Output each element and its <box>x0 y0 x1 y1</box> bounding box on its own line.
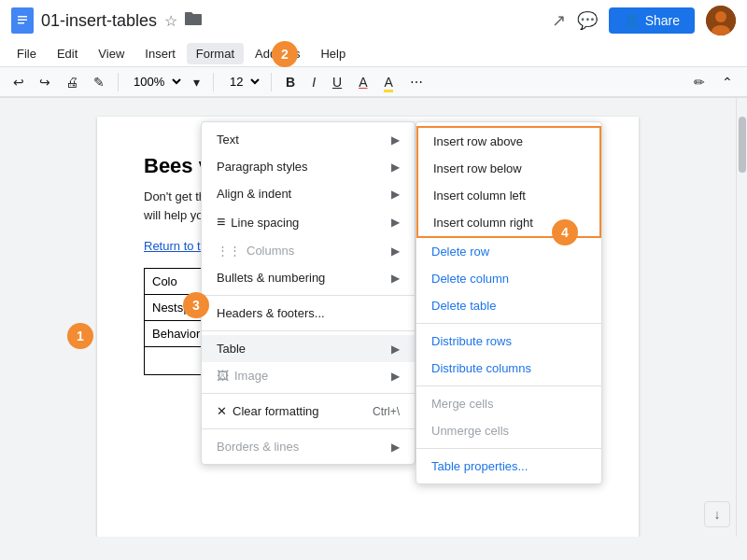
strikethrough-button[interactable]: A <box>352 72 374 92</box>
underline-button[interactable]: U <box>326 72 348 92</box>
zoom-select[interactable]: 100% <box>126 72 184 91</box>
menubar: File Edit View Insert Format Add-ons Hel… <box>0 41 747 66</box>
print-button[interactable]: 🖨 <box>60 72 84 92</box>
delete-column[interactable]: Delete column <box>416 265 601 292</box>
table-properties[interactable]: Table properties... <box>416 453 601 480</box>
distribute-columns[interactable]: Distribute columns <box>416 355 601 382</box>
arrow-icon: ▶ <box>391 272 400 285</box>
zoom-dropdown-button[interactable]: ▾ <box>188 72 205 92</box>
menu-help[interactable]: Help <box>311 43 355 64</box>
svg-rect-2 <box>18 20 27 21</box>
arrow-icon: ▶ <box>391 441 400 454</box>
insert-options-group: Insert row above Insert row below Insert… <box>416 126 601 238</box>
badge-1: 1 <box>67 323 93 349</box>
format-menu-paragraph-styles[interactable]: Paragraph styles ▶ <box>202 153 415 180</box>
collapse-button[interactable]: ⌃ <box>715 72 740 92</box>
format-menu-align-indent[interactable]: Align & indent ▶ <box>202 180 415 207</box>
menu-format[interactable]: Format <box>187 43 244 64</box>
delete-table[interactable]: Delete table <box>416 292 601 319</box>
scrollbar-right[interactable] <box>736 98 747 537</box>
arrow-icon: ▶ <box>391 343 400 356</box>
toolbar-separator <box>118 73 119 91</box>
italic-button[interactable]: I <box>305 72 322 92</box>
clear-format-icon: ✕ <box>217 404 227 418</box>
svg-point-5 <box>715 11 726 22</box>
document-title[interactable]: 01-insert-tables <box>41 11 157 31</box>
format-menu-columns: ⋮⋮ Columns ▶ <box>202 237 415 264</box>
comment-icon[interactable]: 💬 <box>577 10 598 31</box>
redo-button[interactable]: ↪ <box>34 72 56 92</box>
badge-4: 4 <box>552 219 578 245</box>
format-menu-image: 🖼 Image ▶ <box>202 362 415 389</box>
arrow-icon: ▶ <box>391 161 400 174</box>
arrow-icon: ▶ <box>391 133 400 147</box>
top-right-icons: ↗ 💬 👤 Share <box>552 6 736 35</box>
arrow-icon: ▶ <box>391 216 400 229</box>
badge-3: 3 <box>183 292 209 318</box>
format-menu-line-spacing[interactable]: ≡ Line spacing ▶ <box>202 207 415 237</box>
arrow-icon: ▶ <box>391 245 400 258</box>
submenu-divider-3 <box>416 448 601 449</box>
svg-rect-1 <box>18 16 27 18</box>
arrow-icon: ▶ <box>391 188 400 201</box>
scroll-to-bottom-button[interactable]: ↓ <box>704 501 730 527</box>
star-icon[interactable]: ☆ <box>164 12 177 30</box>
columns-icon: ⋮⋮ <box>217 244 241 258</box>
undo-button[interactable]: ↩ <box>7 72 30 92</box>
user-avatar[interactable] <box>706 6 736 35</box>
share-button[interactable]: 👤 Share <box>609 7 695 34</box>
format-menu-text[interactable]: Text ▶ <box>202 126 415 153</box>
bold-button[interactable]: B <box>279 72 302 92</box>
table-submenu: Insert row above Insert row below Insert… <box>416 121 602 484</box>
svg-rect-3 <box>18 22 24 24</box>
more-formatting-button[interactable]: ⋯ <box>403 72 430 92</box>
highlight-button[interactable]: A <box>377 72 399 92</box>
toolbar-separator-3 <box>271 73 272 91</box>
menu-divider-2 <box>202 330 415 331</box>
submenu-divider-2 <box>416 385 601 386</box>
badge-2: 2 <box>272 41 298 67</box>
submenu-divider <box>416 323 601 324</box>
menu-insert[interactable]: Insert <box>135 43 185 64</box>
merge-cells: Merge cells <box>416 390 601 417</box>
folder-icon[interactable] <box>185 12 202 29</box>
shortcut-label: Ctrl+\ <box>373 405 400 418</box>
format-dropdown-menu: Text ▶ Paragraph styles ▶ Align & indent… <box>201 121 416 465</box>
format-menu-borders-lines: Borders & lines ▶ <box>202 433 415 460</box>
insert-column-left[interactable]: Insert column left <box>418 182 599 209</box>
unmerge-cells: Unmerge cells <box>416 417 601 444</box>
format-menu-headers-footers[interactable]: Headers & footers... <box>202 300 415 327</box>
trend-icon[interactable]: ↗ <box>552 10 566 31</box>
image-icon: 🖼 <box>217 369 229 383</box>
insert-row-below[interactable]: Insert row below <box>418 155 599 182</box>
format-menu-clear-formatting[interactable]: ✕ Clear formatting Ctrl+\ <box>202 398 415 425</box>
distribute-rows[interactable]: Distribute rows <box>416 328 601 355</box>
menu-view[interactable]: View <box>89 43 134 64</box>
format-menu-table[interactable]: Table ▶ <box>202 335 415 362</box>
edit-mode-button[interactable]: ✏ <box>687 72 712 92</box>
toolbar: ↩ ↪ 🖨 ✎ 100% ▾ 12 B I U A A ⋯ ✏ ⌃ <box>0 66 747 97</box>
doc-icon <box>11 7 34 34</box>
menu-divider-4 <box>202 428 415 429</box>
arrow-icon: ▶ <box>391 370 400 383</box>
menu-divider <box>202 295 415 296</box>
format-menu-bullets[interactable]: Bullets & numbering ▶ <box>202 264 415 291</box>
insert-row-above[interactable]: Insert row above <box>418 128 599 155</box>
line-spacing-icon: ≡ <box>217 214 225 231</box>
font-size-select[interactable]: 12 <box>221 71 263 92</box>
menu-file[interactable]: File <box>7 43 46 64</box>
share-icon: 👤 <box>624 13 640 28</box>
title-bar: 01-insert-tables ☆ ↗ 💬 👤 Share <box>0 0 747 41</box>
menu-edit[interactable]: Edit <box>48 43 87 64</box>
menu-divider-3 <box>202 393 415 394</box>
toolbar-separator-2 <box>213 73 214 91</box>
paintformat-button[interactable]: ✎ <box>88 72 110 92</box>
